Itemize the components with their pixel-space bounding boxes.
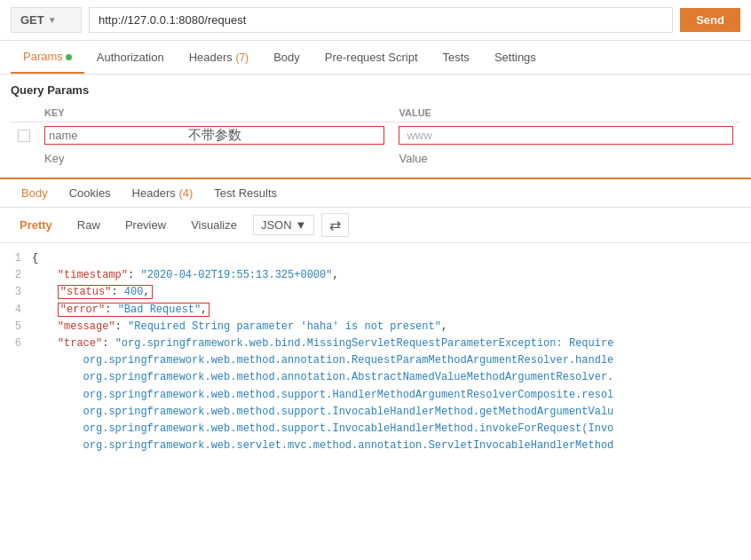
fmt-tab-raw[interactable]: Raw [68,215,109,235]
tab-settings[interactable]: Settings [482,42,549,73]
code-line-5: 5 "message": "Required String parameter … [0,319,751,335]
params-dot [66,54,72,60]
tab-body[interactable]: Body [261,42,312,73]
tab-pre-request[interactable]: Pre-request Script [312,42,431,73]
code-line-8: org.springframework.web.method.annotatio… [0,369,751,386]
format-chevron: ▼ [296,218,307,232]
method-chevron: ▼ [48,15,57,25]
param-empty-key[interactable] [44,152,384,165]
response-tabs: Body Cookies Headers (4) Test Results [0,179,751,207]
param-row-empty [11,148,740,169]
fmt-tab-preview[interactable]: Preview [116,215,175,235]
tab-tests[interactable]: Tests [431,42,482,73]
format-select[interactable]: JSON ▼ [253,215,315,235]
code-area: 1 { 2 "timestamp": "2020-04-02T19:55:13.… [0,243,751,461]
tab-params[interactable]: Params [11,41,84,74]
param-key-wrapper: 不带参数 [44,126,384,145]
resp-tab-test-results[interactable]: Test Results [203,179,288,207]
code-line-6: 6 "trace": "org.springframework.web.bind… [0,335,751,352]
param-empty-val[interactable] [399,152,733,165]
request-tabs: Params Authorization Headers (7) Body Pr… [0,41,751,75]
query-params-section: Query Params KEY VALUE 不带参数 [0,75,751,177]
wrap-icon: ⇄ [329,217,341,233]
param-row-active: 不带参数 www [11,122,740,149]
resp-tab-body[interactable]: Body [11,179,59,207]
code-line-9: org.springframework.web.method.support.H… [0,387,751,404]
response-tabs-wrapper: Body Cookies Headers (4) Test Results [0,177,751,208]
code-line-2: 2 "timestamp": "2020-04-02T19:55:13.325+… [0,267,751,284]
fmt-tab-visualize[interactable]: Visualize [182,215,246,235]
resp-tab-cookies[interactable]: Cookies [59,179,122,207]
param-val-wrapper: www [399,126,733,145]
url-bar: GET ▼ Send [0,0,751,41]
resp-tab-headers[interactable]: Headers (4) [122,179,204,207]
code-line-12: org.springframework.web.servlet.mvc.meth… [0,438,751,454]
url-input[interactable] [89,7,673,33]
param-key-input[interactable] [49,129,380,142]
tab-authorization[interactable]: Authorization [84,42,177,73]
method-select[interactable]: GET ▼ [11,7,82,33]
query-params-title: Query Params [11,83,740,97]
tab-headers[interactable]: Headers (7) [177,42,261,73]
param-val-text: www [407,129,431,142]
method-label: GET [20,13,44,27]
format-label: JSON [261,218,292,232]
code-line-11: org.springframework.web.method.support.I… [0,421,751,438]
value-header: VALUE [391,104,740,122]
code-line-4: 4 "error": "Bad Request", [0,302,751,319]
code-line-7: org.springframework.web.method.annotatio… [0,352,751,369]
code-line-3: 3 "status": 400, [0,284,751,301]
code-line-1: 1 { [0,250,751,267]
key-header: KEY [37,104,391,122]
send-button[interactable]: Send [680,8,740,32]
body-format-bar: Pretty Raw Preview Visualize JSON ▼ ⇄ [0,208,751,243]
fmt-tab-pretty[interactable]: Pretty [11,215,61,235]
params-table: KEY VALUE 不带参数 www [11,104,740,169]
wrap-button[interactable]: ⇄ [321,213,349,237]
code-line-10: org.springframework.web.method.support.I… [0,404,751,421]
param-checkbox[interactable] [18,130,30,142]
